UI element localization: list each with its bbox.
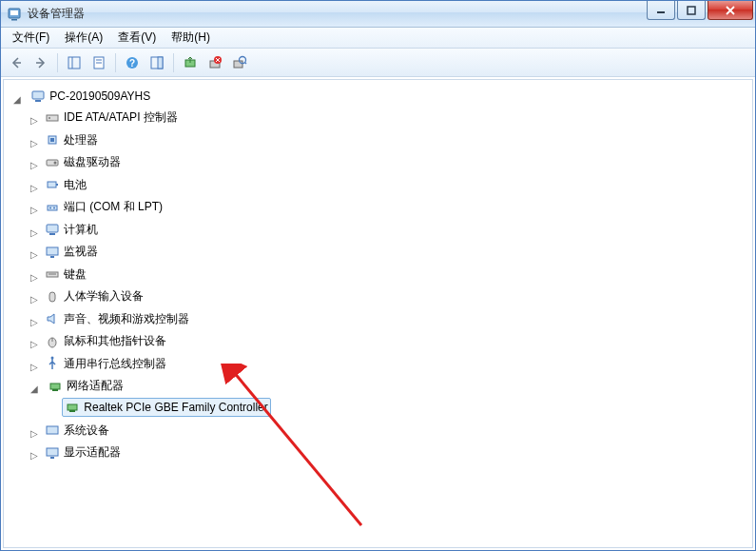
disk-icon [45,155,60,170]
expander-icon[interactable]: ▷ [29,451,40,462]
forward-button[interactable] [29,51,52,74]
tree-root-label: PC-20190509AYHS [49,89,150,103]
maximize-button[interactable] [677,1,706,20]
expander-icon[interactable]: ▷ [29,206,40,217]
tree-node-system[interactable]: 系统设备 [42,421,112,441]
toolbar-separator [115,53,116,72]
expander-icon[interactable]: ◢ [29,384,40,396]
svg-point-42 [51,357,54,360]
tree-node-usb[interactable]: 通用串行总线控制器 [42,354,169,374]
tree-node-cpu[interactable]: 处理器 [42,130,101,150]
svg-point-32 [53,207,55,208]
keyboard-icon [45,266,60,282]
menu-action[interactable]: 操作(A) [57,28,110,48]
expander-icon[interactable]: ▷ [29,139,40,150]
svg-rect-25 [50,138,54,142]
svg-point-31 [49,207,51,208]
svg-rect-20 [32,91,44,99]
tree-node-battery[interactable]: 电池 [42,175,89,195]
tree-node-audio[interactable]: 声音、视频和游戏控制器 [42,309,192,329]
close-button[interactable] [708,1,753,20]
tree-node-ide[interactable]: IDE ATA/ATAPI 控制器 [42,108,181,128]
computer-icon [30,89,46,104]
svg-rect-2 [11,19,17,21]
svg-rect-22 [47,115,58,121]
tree-node-display[interactable]: 显示适配器 [42,443,124,462]
tree-node-hid[interactable]: 人体学输入设备 [42,286,146,306]
properties-button[interactable] [87,51,110,74]
tree-node-disk[interactable]: 磁盘驱动器 [42,152,124,172]
expander-icon[interactable]: ▷ [29,429,40,441]
monitor-icon [45,245,60,260]
tree-node-network[interactable]: 网络适配器 [45,376,126,396]
expander-icon[interactable]: ▷ [29,340,40,351]
svg-rect-49 [50,457,54,459]
tree-node-keyboard[interactable]: 键盘 [42,265,89,285]
expander-icon[interactable]: ▷ [29,363,40,374]
svg-rect-29 [56,184,58,186]
ide-icon [45,110,60,126]
menu-view[interactable]: 查看(V) [110,28,164,48]
svg-rect-21 [35,100,41,102]
update-driver-button[interactable] [179,51,202,74]
back-button[interactable] [5,51,28,74]
svg-rect-45 [68,404,77,410]
svg-rect-13 [158,57,163,69]
window-title: 设备管理器 [28,6,647,22]
display-icon [45,445,60,461]
svg-rect-33 [47,225,58,232]
expander-icon[interactable]: ◢ [11,95,23,107]
tree-node-ports[interactable]: 端口 (COM 和 LPT) [42,197,165,217]
svg-rect-3 [657,11,665,13]
menu-help[interactable]: 帮助(H) [164,28,218,48]
svg-rect-34 [49,233,55,235]
svg-rect-17 [234,61,242,68]
expander-icon[interactable]: ▷ [29,250,40,262]
tree-node-monitor[interactable]: 监视器 [42,242,101,262]
svg-text:?: ? [129,58,135,69]
svg-point-27 [54,161,57,164]
cpu-icon [45,132,60,148]
tree-node-mouse[interactable]: 鼠标和其他指针设备 [42,331,169,351]
device-tree-pane: ◢ PC-20190509AYHS ▷IDE ATA/ATAPI 控制器 ▷处理… [3,79,753,548]
tree-root[interactable]: PC-20190509AYHS [28,87,153,106]
svg-rect-5 [68,57,80,69]
uninstall-button[interactable] [204,51,226,74]
expander-icon[interactable]: ▷ [29,161,40,172]
svg-rect-46 [69,410,75,412]
network-icon [48,379,63,394]
menubar: 文件(F) 操作(A) 查看(V) 帮助(H) [1,28,755,49]
minimize-button[interactable] [647,1,675,20]
show-hide-tree-button[interactable] [63,51,86,74]
mouse-icon [45,334,60,349]
svg-rect-48 [47,448,58,456]
svg-rect-30 [48,206,57,210]
toolbar-separator [57,53,58,72]
expander-icon[interactable]: ▷ [29,184,40,195]
expander-icon[interactable]: ▷ [29,295,40,306]
device-manager-window: 设备管理器 文件(F) 操作(A) 查看(V) 帮助(H) [0,0,756,551]
expander-icon[interactable]: ▷ [29,228,40,240]
hid-icon [45,289,60,305]
scan-hardware-button[interactable] [228,51,251,74]
audio-icon [45,311,60,326]
svg-point-23 [48,117,50,119]
action-pane-button[interactable] [145,51,168,74]
device-tree: ◢ PC-20190509AYHS ▷IDE ATA/ATAPI 控制器 ▷处理… [8,86,748,465]
menu-file[interactable]: 文件(F) [5,28,57,48]
expander-icon[interactable]: ▷ [29,116,40,128]
svg-rect-28 [48,182,56,187]
app-icon [7,7,22,22]
network-card-icon [65,400,80,415]
port-icon [45,200,60,215]
help-button[interactable]: ? [121,51,144,74]
tree-node-computer[interactable]: 计算机 [42,220,101,240]
tree-node-network-adapter[interactable]: Realtek PCIe GBE Family Controller [62,398,270,417]
svg-rect-47 [47,426,58,434]
expander-icon[interactable]: ▷ [29,273,40,285]
computer-icon [45,222,60,237]
svg-rect-4 [688,7,695,14]
expander-icon[interactable]: ▷ [29,318,40,329]
svg-rect-35 [47,247,58,255]
titlebar: 设备管理器 [1,1,755,28]
